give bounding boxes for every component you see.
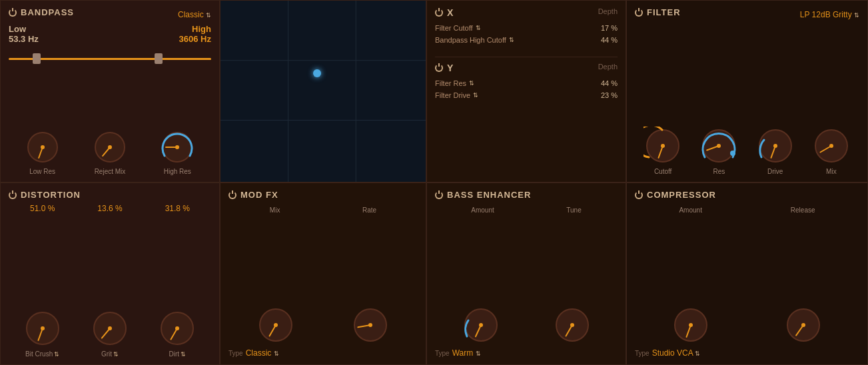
bass-amount-label: Amount (471, 206, 494, 214)
modfx-knobs (228, 216, 418, 344)
svg-point-26 (274, 323, 278, 327)
mod-y-power-icon[interactable] (435, 64, 443, 72)
mod-y-label-0: Filter Res ⇅ (435, 79, 474, 87)
mod-x-section: X Depth Filter Cutoff ⇅ 17 % Bandpass Hi… (435, 7, 618, 46)
distortion-title: DISTORTION (9, 190, 211, 200)
svg-point-1 (41, 145, 45, 149)
mod-x-row-0: Filter Cutoff ⇅ 17 % (435, 22, 618, 34)
modfx-mix-group (256, 306, 295, 344)
distortion-panel: DISTORTION 51.0 % 13.6 % 31.8 % Bit Crus… (0, 182, 220, 365)
mod-y-value-1: 23 % (601, 91, 618, 99)
bandpass-low-res-label: Low Res (29, 168, 55, 175)
mod-y-title: Y (435, 63, 453, 73)
distortion-knobs: Bit Crush ⇅ Grit ⇅ (9, 309, 211, 358)
comp-amount-knob[interactable] (671, 306, 710, 344)
dist-bit-crush-knob[interactable] (23, 309, 62, 348)
svg-point-18 (829, 144, 833, 148)
filter-mix-knob[interactable] (812, 127, 851, 165)
compressor-power-icon[interactable] (635, 191, 643, 199)
svg-point-24 (175, 326, 179, 330)
mod-y-section: Y Depth Filter Res ⇅ 44 % Filter Drive ⇅… (435, 63, 618, 101)
mod-y-row-1: Filter Drive ⇅ 23 % (435, 89, 618, 101)
bandpass-low-res-group: Low Res (25, 129, 61, 175)
mod-x-value-0: 17 % (601, 24, 618, 32)
filter-cutoff-label: Cutoff (654, 168, 672, 175)
bass-tune-knob[interactable] (553, 306, 592, 344)
modfx-rate-knob[interactable] (351, 306, 390, 344)
bass-type-selector[interactable]: Warm ⇅ (452, 348, 481, 358)
mod-divider (435, 57, 618, 57)
dist-dirt-group: Dirt ⇅ (158, 309, 197, 358)
filter-power-icon[interactable] (635, 9, 643, 17)
mod-y-label-1: Filter Drive ⇅ (435, 91, 478, 99)
comp-release-group (784, 306, 823, 344)
comp-type-row: Type Studio VCA ⇅ (635, 344, 859, 358)
modfx-power-icon[interactable] (228, 191, 236, 199)
comp-knob-labels: Amount Release (635, 206, 859, 214)
bandpass-type-selector[interactable]: Classic ⇅ (178, 10, 211, 19)
dist-grit-knob[interactable] (91, 309, 129, 348)
modfx-mix-knob[interactable] (256, 306, 295, 344)
bass-panel: BASS ENHANCER Amount Tune (426, 182, 626, 365)
dist-grit-group: Grit ⇅ (91, 309, 129, 358)
bandpass-panel: BANDPASS Classic ⇅ Low 53.3 Hz High 3606… (0, 0, 220, 182)
compressor-title: COMPRESSOR (635, 190, 859, 200)
dist-val-2: 31.8 % (165, 204, 190, 213)
bandpass-low-handle[interactable] (33, 53, 41, 64)
filter-mix-label: Mix (826, 168, 837, 175)
svg-point-3 (108, 145, 112, 149)
filter-cutoff-knob[interactable] (644, 127, 682, 165)
xy-grid[interactable] (220, 1, 426, 182)
filter-cutoff-group: Cutoff (644, 127, 682, 175)
bass-amount-knob[interactable] (462, 306, 500, 344)
modfx-panel: MOD FX Mix Rate Type (220, 182, 426, 365)
svg-point-11 (661, 144, 665, 148)
mod-x-power-icon[interactable] (435, 9, 443, 17)
modfx-type-selector[interactable]: Classic ⇅ (246, 348, 279, 358)
comp-release-knob[interactable] (784, 306, 823, 344)
bandpass-high: High 3606 Hz (179, 24, 211, 44)
dist-val-0: 51.0 % (30, 204, 55, 213)
xy-dot[interactable] (313, 69, 321, 77)
xy-grid-lines (220, 1, 426, 182)
bass-title: BASS ENHANCER (435, 190, 618, 200)
dist-dirt-knob[interactable] (158, 309, 197, 348)
svg-point-14 (717, 144, 721, 148)
bandpass-slider[interactable] (9, 52, 211, 65)
svg-point-20 (41, 326, 45, 330)
bandpass-low-res-knob[interactable] (25, 129, 61, 165)
mod-x-header: X Depth (435, 7, 618, 21)
modfx-mix-label: Mix (270, 206, 280, 214)
filter-drive-group: Drive (756, 127, 795, 175)
filter-panel: FILTER LP 12dB Gritty ⇅ Cutoff (626, 0, 868, 182)
comp-type-selector[interactable]: Studio VCA ⇅ (652, 348, 701, 358)
bass-tune-label: Tune (566, 206, 581, 214)
bandpass-reject-mix-knob[interactable] (92, 129, 128, 165)
distortion-values: 51.0 % 13.6 % 31.8 % (9, 204, 211, 213)
bandpass-header: BANDPASS Classic ⇅ (9, 7, 211, 21)
bandpass-power-icon[interactable] (9, 9, 17, 17)
bass-power-icon[interactable] (435, 191, 443, 199)
modfx-title: MOD FX (228, 190, 418, 200)
filter-res-knob[interactable] (699, 127, 738, 165)
bandpass-track (9, 58, 211, 60)
distortion-power-icon[interactable] (9, 191, 17, 199)
mod-y-value-0: 44 % (601, 79, 618, 87)
mod-y-row-0: Filter Res ⇅ 44 % (435, 77, 618, 89)
bandpass-high-handle[interactable] (155, 53, 163, 64)
filter-drive-knob[interactable] (756, 127, 795, 165)
bandpass-range: Low 53.3 Hz High 3606 Hz (9, 24, 211, 44)
bandpass-high-res-knob[interactable] (159, 129, 195, 165)
dist-dirt-label: Dirt ⇅ (169, 350, 187, 358)
bass-type-row: Type Warm ⇅ (435, 344, 618, 358)
bass-knob-labels: Amount Tune (435, 206, 618, 214)
comp-release-label: Release (791, 206, 815, 214)
mod-y-header: Y Depth (435, 63, 618, 76)
bandpass-high-res-group: High Res (159, 129, 195, 175)
svg-point-13 (730, 151, 735, 156)
dist-bit-crush-label: Bit Crush ⇅ (25, 350, 59, 358)
bandpass-high-res-label: High Res (164, 168, 191, 175)
mod-x-label-0: Filter Cutoff ⇅ (435, 24, 481, 32)
xy-pad-panel[interactable] (220, 0, 426, 182)
filter-type-selector[interactable]: LP 12dB Gritty ⇅ (800, 10, 859, 19)
